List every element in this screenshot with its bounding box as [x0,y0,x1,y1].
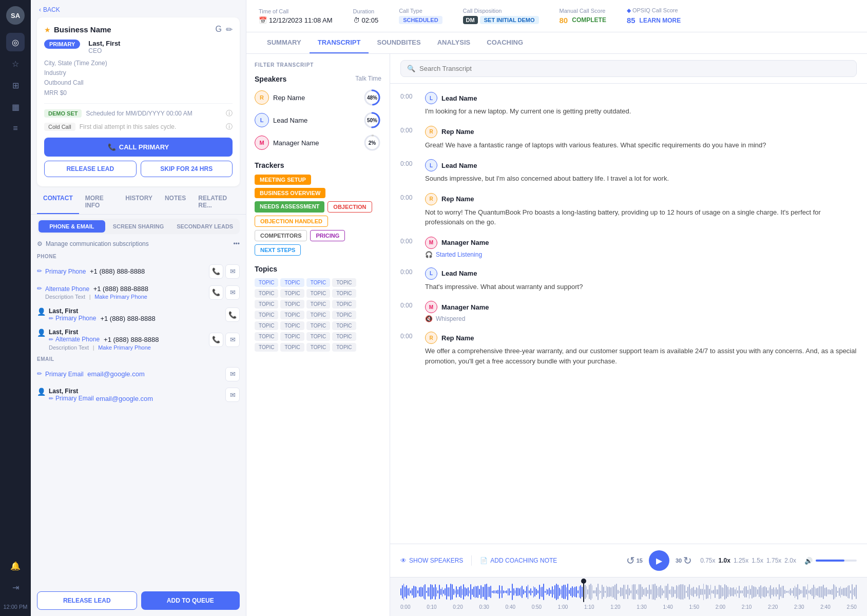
tab-history[interactable]: HISTORY [119,190,159,214]
sms-c2-btn[interactable]: ✉ [225,333,240,347]
rewind-button[interactable]: ↺ 15 [626,554,643,567]
topic-5[interactable]: TOPIC [255,289,278,298]
nav-icon-grid[interactable]: ⊞ [6,76,25,94]
more-options-icon[interactable]: ••• [233,240,240,247]
tab-transcript[interactable]: TRANSCRIPT [310,32,369,53]
topic-19[interactable]: TOPIC [306,321,330,330]
skip-24-button[interactable]: SKIP FOR 24 HRS [141,161,233,177]
topic-17[interactable]: TOPIC [255,321,278,330]
pe-tab-phone-email[interactable]: PHONE & EMAIL [38,220,105,233]
call-disposition-label: Call Disposition [463,8,539,14]
topic-2[interactable]: TOPIC [280,278,304,287]
topic-28[interactable]: TOPIC [332,343,356,352]
release-lead-button-bottom[interactable]: RELEASE LEAD [37,591,137,610]
send-email-btn-1[interactable]: ✉ [225,367,240,381]
topic-1[interactable]: TOPIC [255,278,278,287]
topic-9[interactable]: TOPIC [255,300,278,309]
speaker-row-lead[interactable]: L Lead Name 50% [255,111,381,129]
topic-27[interactable]: TOPIC [306,343,330,352]
nav-icon-analytics[interactable]: ▦ [6,98,25,116]
nav-icon-list[interactable]: ≡ [6,119,25,138]
call-primary-button[interactable]: 📞 CALL PRIMARY [44,138,233,157]
call-phone-btn-2[interactable]: 📞 [209,285,223,300]
back-button[interactable]: ‹ BACK [31,0,246,17]
call-c2-btn[interactable]: 📞 [209,333,223,347]
topic-8[interactable]: TOPIC [332,289,356,298]
add-to-queue-button[interactable]: ADD TO QUEUE [141,591,240,610]
tab-more-info[interactable]: MORE INFO [79,190,119,214]
topic-23[interactable]: TOPIC [306,332,330,341]
topic-24[interactable]: TOPIC [332,332,356,341]
topic-11[interactable]: TOPIC [306,300,330,309]
pe-tab-secondary-leads[interactable]: SECONDARY LEADS [171,220,238,233]
call-c1-btn[interactable]: 📞 [225,307,240,322]
tracker-objection[interactable]: OBJECTION [327,201,372,213]
tab-soundbites[interactable]: SOUNDBITES [369,32,429,53]
search-transcript-input[interactable] [419,65,850,72]
release-lead-button-top[interactable]: RELEASE LEAD [44,161,137,177]
volume-slider[interactable] [816,560,857,562]
speed-125[interactable]: 1.25x [734,557,748,564]
play-button[interactable]: ▶ [649,550,669,571]
topic-14[interactable]: TOPIC [280,311,304,319]
tracker-next-steps[interactable]: NEXT STEPS [255,244,301,256]
speed-10[interactable]: 1.0x [719,557,730,564]
sms-phone-btn-1[interactable]: ✉ [225,264,240,279]
speed-20[interactable]: 2.0x [784,557,796,564]
tracker-needs-assessment[interactable]: NEEDS ASSESSMENT [255,201,324,213]
forward-button[interactable]: 30 ↻ [676,554,692,567]
manage-subs-label[interactable]: Manage communication subscriptions [46,240,149,247]
topic-15[interactable]: TOPIC [306,311,330,319]
tab-coaching[interactable]: COACHING [478,32,531,53]
nav-icon-home[interactable]: ◎ [6,33,25,51]
topic-20[interactable]: TOPIC [332,321,356,330]
topic-16[interactable]: TOPIC [332,311,356,319]
nav-icon-logout[interactable]: ⇥ [6,578,25,596]
tab-contact[interactable]: CONTACT [37,190,79,214]
show-speakers-button[interactable]: 👁 SHOW SPEAKERS [400,557,463,564]
topic-21[interactable]: TOPIC [255,332,278,341]
sms-phone-btn-2[interactable]: ✉ [225,285,240,300]
tab-related[interactable]: RELATED RE... [192,190,240,214]
topic-25[interactable]: TOPIC [255,343,278,352]
nav-icon-calendar[interactable]: ☆ [6,54,25,73]
tab-analysis[interactable]: ANALYSIS [429,32,479,53]
add-coaching-button[interactable]: 📄 ADD COACHING NOTE [480,557,557,564]
volume-icon[interactable]: 🔊 [804,557,813,565]
pe-tab-screen-sharing[interactable]: SCREEN SHARING [105,220,172,233]
topic-13[interactable]: TOPIC [255,311,278,319]
tab-summary[interactable]: SUMMARY [259,32,310,53]
topic-10[interactable]: TOPIC [280,300,304,309]
tracker-competitors[interactable]: COMPETITORS [255,230,307,241]
edit-icon[interactable]: ✏ [226,25,233,34]
speed-175[interactable]: 1.75x [766,557,781,564]
complete-label: COMPLETE [572,16,606,24]
msg-avatar-lead-6: L [425,267,437,280]
topic-18[interactable]: TOPIC [280,321,304,330]
call-phone-btn-1[interactable]: 📞 [209,264,223,279]
speed-075[interactable]: 0.75x [700,557,715,564]
topic-22[interactable]: TOPIC [280,332,304,341]
tracker-objection-handled[interactable]: OBJECTION HANDLED [255,216,328,227]
tracker-pricing[interactable]: PRICING [310,230,345,241]
learn-more-link[interactable]: LEARN MORE [640,17,681,24]
speaker-row-mgr[interactable]: M Manager Name 2% [255,133,381,152]
topic-3[interactable]: TOPIC [306,278,330,287]
topic-12[interactable]: TOPIC [332,300,356,309]
send-email-btn-2[interactable]: ✉ [225,388,240,402]
topic-4[interactable]: TOPIC [332,278,356,287]
tracker-meeting-setup[interactable]: MEETING SETUP [255,175,311,185]
topic-7[interactable]: TOPIC [306,289,330,298]
topic-26[interactable]: TOPIC [280,343,304,352]
nav-icon-bell[interactable]: 🔔 [6,556,25,575]
make-primary-link-c2[interactable]: Make Primary Phone [98,344,151,351]
phone-section-label: PHONE [31,252,246,261]
tab-notes[interactable]: NOTES [159,190,192,214]
tracker-business-overview[interactable]: BUSINESS OVERVIEW [255,188,325,198]
waveform-visual[interactable] [400,582,857,602]
speed-15[interactable]: 1.5x [752,557,763,564]
make-primary-link-2[interactable]: Make Primary Phone [94,294,147,300]
topic-6[interactable]: TOPIC [280,289,304,298]
speaker-row-rep[interactable]: R Rep Name 48% [255,88,381,107]
google-icon[interactable]: G [216,25,222,34]
